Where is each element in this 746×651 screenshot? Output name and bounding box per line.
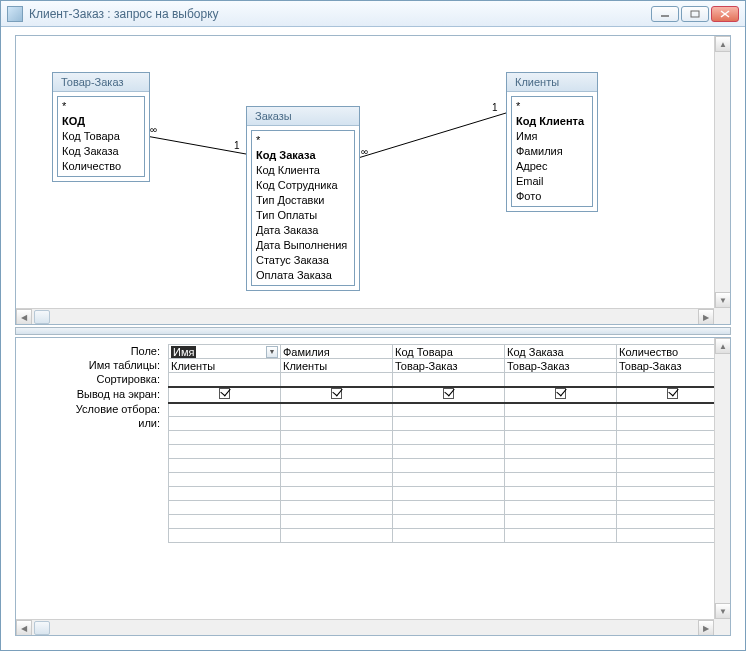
scroll-thumb[interactable] [34,621,50,635]
grid-cell[interactable] [505,403,617,417]
field[interactable]: Email [516,174,588,189]
grid-cell[interactable]: Товар-Заказ [505,359,617,373]
table-title[interactable]: Заказы [247,107,359,126]
checkbox-icon [555,388,566,399]
grid-cell[interactable] [617,373,715,387]
row-label-table: Имя таблицы: [16,358,166,372]
grid-cell[interactable] [505,417,617,431]
relation-symbol: 1 [492,102,498,113]
row-label-sort: Сортировка: [16,372,166,386]
grid-cell[interactable]: Клиенты [169,359,281,373]
row-label-criteria: Условие отбора: [16,402,166,416]
svg-line-4 [146,136,246,154]
scroll-down-button[interactable]: ▼ [715,292,731,308]
minimize-button[interactable] [651,6,679,22]
relation-symbol: 1 [234,140,240,151]
grid-cell-checkbox[interactable] [393,387,505,403]
grid-cell[interactable] [393,417,505,431]
table-fields[interactable]: * Код Заказа Код Клиента Код Сотрудника … [251,130,355,286]
field[interactable]: Код Сотрудника [256,178,350,193]
grid-cell[interactable]: Имя▼ [169,345,281,359]
grid-cell[interactable] [617,417,715,431]
scroll-left-button[interactable]: ◀ [16,620,32,636]
diagram-pane[interactable]: ∞ 1 ∞ 1 Товар-Заказ * КОД Код Товара Код… [15,35,731,325]
horizontal-scrollbar[interactable]: ◀ ▶ [16,619,714,635]
grid-row-field: Имя▼ Фамилия Код Товара Код Заказа Колич… [169,345,715,359]
field[interactable]: Фамилия [516,144,588,159]
field[interactable]: Количество [62,159,140,174]
design-grid[interactable]: Имя▼ Фамилия Код Товара Код Заказа Колич… [168,344,714,543]
scroll-left-button[interactable]: ◀ [16,309,32,325]
grid-cell[interactable]: Фамилия [281,345,393,359]
scroll-thumb[interactable] [34,310,50,324]
horizontal-scrollbar[interactable]: ◀ ▶ [16,308,714,324]
close-button[interactable] [711,6,739,22]
design-grid-pane[interactable]: Поле: Имя таблицы: Сортировка: Вывод на … [15,337,731,636]
grid-cell[interactable] [169,417,281,431]
field[interactable]: Код Заказа [62,144,140,159]
vertical-scrollbar[interactable]: ▲ ▼ [714,36,730,308]
table-title[interactable]: Клиенты [507,73,597,92]
grid-cell-checkbox[interactable] [617,387,715,403]
row-label-field: Поле: [16,344,166,358]
grid-cell[interactable] [169,403,281,417]
checkbox-icon [443,388,454,399]
grid-cell[interactable] [281,373,393,387]
grid-cell-checkbox[interactable] [281,387,393,403]
field[interactable]: Тип Оплаты [256,208,350,223]
field[interactable]: Фото [516,189,588,204]
field[interactable]: Имя [516,129,588,144]
field-pk[interactable]: Код Заказа [256,148,350,163]
checkbox-icon [667,388,678,399]
field[interactable]: Дата Заказа [256,223,350,238]
row-label-show: Вывод на экран: [16,386,166,402]
field[interactable]: Оплата Заказа [256,268,350,283]
field[interactable]: Код Клиента [256,163,350,178]
scroll-up-button[interactable]: ▲ [715,36,731,52]
scroll-up-button[interactable]: ▲ [715,338,731,354]
grid-row-show [169,387,715,403]
maximize-button[interactable] [681,6,709,22]
grid-cell[interactable]: Клиенты [281,359,393,373]
grid-cell[interactable] [505,373,617,387]
scroll-down-button[interactable]: ▼ [715,603,731,619]
grid-cell[interactable]: Код Заказа [505,345,617,359]
scroll-right-button[interactable]: ▶ [698,309,714,325]
dropdown-icon[interactable]: ▼ [266,346,278,358]
field-pk[interactable]: Код Клиента [516,114,588,129]
grid-cell[interactable]: Товар-Заказ [393,359,505,373]
grid-cell[interactable] [393,403,505,417]
grid-cell[interactable]: Товар-Заказ [617,359,715,373]
grid-cell[interactable] [617,403,715,417]
scroll-right-button[interactable]: ▶ [698,620,714,636]
pane-splitter[interactable] [15,327,731,335]
table-klienty[interactable]: Клиенты * Код Клиента Имя Фамилия Адрес … [506,72,598,212]
table-tovar-zakaz[interactable]: Товар-Заказ * КОД Код Товара Код Заказа … [52,72,150,182]
grid-cell[interactable] [169,373,281,387]
grid-cell[interactable] [281,403,393,417]
grid-cell[interactable]: Код Товара [393,345,505,359]
grid-cell[interactable]: Количество [617,345,715,359]
table-title[interactable]: Товар-Заказ [53,73,149,92]
field[interactable]: Дата Выполнения [256,238,350,253]
grid-cell[interactable] [393,373,505,387]
grid-cell-checkbox[interactable] [169,387,281,403]
table-fields[interactable]: * Код Клиента Имя Фамилия Адрес Email Фо… [511,96,593,207]
field[interactable]: * [62,99,140,114]
field[interactable]: * [256,133,350,148]
field-pk[interactable]: КОД [62,114,140,129]
vertical-scrollbar[interactable]: ▲ ▼ [714,338,730,619]
grid-cell[interactable] [281,417,393,431]
grid-cell-checkbox[interactable] [505,387,617,403]
table-fields[interactable]: * КОД Код Товара Код Заказа Количество [57,96,145,177]
field[interactable]: Статус Заказа [256,253,350,268]
checkbox-icon [331,388,342,399]
table-zakazy[interactable]: Заказы * Код Заказа Код Клиента Код Сотр… [246,106,360,291]
field[interactable]: Код Товара [62,129,140,144]
window-icon [7,6,23,22]
field[interactable]: * [516,99,588,114]
field[interactable]: Адрес [516,159,588,174]
field[interactable]: Тип Доставки [256,193,350,208]
row-label-or: или: [16,416,166,430]
titlebar[interactable]: Клиент-Заказ : запрос на выборку [1,1,745,27]
